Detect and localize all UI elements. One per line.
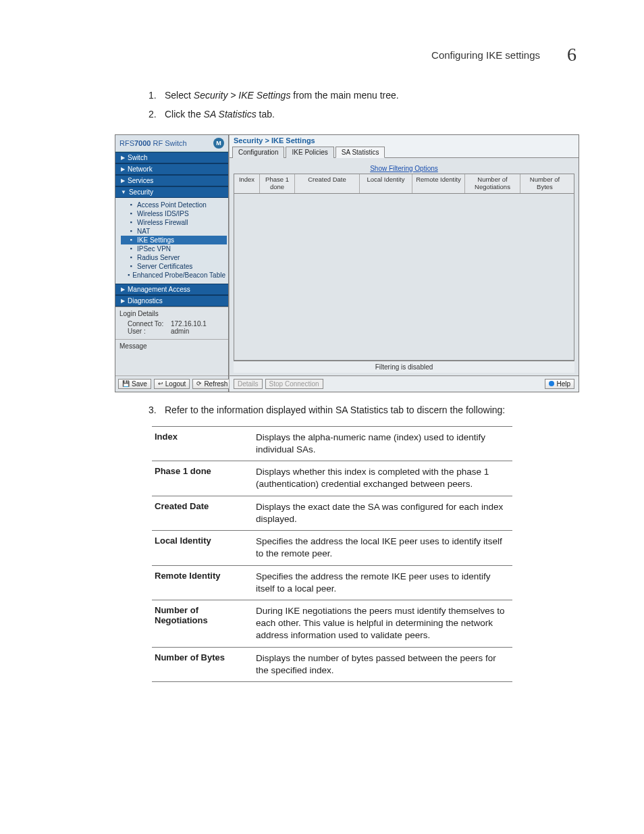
- nav-network[interactable]: ▶Network: [115, 163, 228, 175]
- brand-text: RFS7000 RF Switch: [119, 139, 187, 147]
- chevron-down-icon: ▼: [121, 189, 126, 195]
- definition-term: Created Date: [152, 496, 253, 530]
- definition-row: Local IdentitySpecifies the address the …: [152, 531, 512, 565]
- col-number-negotiations[interactable]: Number of Negotiations: [465, 174, 520, 193]
- user-value: admin: [171, 328, 189, 335]
- chevron-right-icon: ▶: [121, 166, 125, 172]
- login-details-panel: Login Details Connect To:172.16.10.1 Use…: [115, 307, 228, 339]
- nav-management-access[interactable]: ▶Management Access: [115, 284, 228, 295]
- definition-row: Created DateDisplays the exact date the …: [152, 496, 512, 530]
- definition-description: Specifies the address the remote IKE pee…: [253, 565, 512, 600]
- chevron-right-icon: ▶: [121, 286, 125, 292]
- chapter-number: 6: [567, 44, 576, 66]
- main-panel: Security > IKE Settings Configuration IK…: [229, 135, 579, 392]
- user-label: User :: [128, 328, 167, 335]
- running-header: Configuring IKE settings 6: [431, 44, 576, 66]
- nav-diagnostics[interactable]: ▶Diagnostics: [115, 295, 228, 307]
- col-remote-identity[interactable]: Remote Identity: [412, 174, 465, 193]
- definition-description: Displays the number of bytes passed betw…: [253, 647, 512, 681]
- tree-wireless-ids[interactable]: ▪Wireless IDS/IPS: [121, 209, 227, 218]
- col-phase1-done[interactable]: Phase 1 done: [260, 174, 295, 193]
- definition-term: Number of Bytes: [152, 647, 253, 681]
- tab-content: Show Filtering Options Index Phase 1 don…: [230, 158, 579, 375]
- security-subtree: ▪Access Point Detection ▪Wireless IDS/IP…: [115, 198, 228, 284]
- connect-to-value: 172.16.10.1: [171, 320, 207, 328]
- tree-radius-server[interactable]: ▪Radius Server: [121, 253, 227, 262]
- tab-ike-policies[interactable]: IKE Policies: [286, 147, 333, 158]
- bottom-toolbar: Details Stop Connection Help: [230, 375, 579, 392]
- chevron-right-icon: ▶: [121, 155, 125, 161]
- tree-server-certificates[interactable]: ▪Server Certificates: [121, 262, 227, 271]
- definition-description: Displays the alpha-numeric name (index) …: [253, 426, 512, 461]
- logout-button[interactable]: ↩Logout: [154, 379, 190, 389]
- step-2: 2. Click the SA Statistics tab.: [149, 107, 576, 122]
- definition-row: Number of BytesDisplays the number of by…: [152, 647, 512, 681]
- definition-description: Specifies the address the local IKE peer…: [253, 531, 512, 565]
- node-icon: ▪: [128, 245, 134, 252]
- save-icon: 💾: [122, 380, 130, 387]
- definition-row: Number of NegotiationsDuring IKE negotia…: [152, 600, 512, 647]
- message-title: Message: [119, 342, 224, 350]
- app-window: RFS7000 RF Switch M ▶Switch ▶Network ▶Se…: [115, 134, 579, 392]
- filter-status: Filtering is disabled: [234, 361, 574, 373]
- tab-configuration[interactable]: Configuration: [232, 147, 284, 158]
- nav-services[interactable]: ▶Services: [115, 175, 228, 186]
- table-body-empty: [234, 194, 574, 361]
- definition-term: Phase 1 done: [152, 461, 253, 496]
- node-icon: ▪: [128, 263, 134, 269]
- logout-icon: ↩: [158, 380, 163, 387]
- steps-list: 1. Select Security > IKE Settings from t…: [149, 88, 576, 122]
- header-title: Configuring IKE settings: [431, 49, 540, 61]
- details-button[interactable]: Details: [234, 379, 263, 389]
- node-icon: ▪: [128, 228, 134, 234]
- breadcrumb: Security > IKE Settings: [230, 135, 579, 146]
- chevron-right-icon: ▶: [121, 298, 125, 304]
- tree-ipsec-vpn[interactable]: ▪IPSec VPN: [121, 244, 227, 253]
- col-number-bytes[interactable]: Number of Bytes: [520, 174, 569, 193]
- definition-term: Local Identity: [152, 531, 253, 565]
- chevron-right-icon: ▶: [121, 178, 125, 184]
- definition-term: Number of Negotiations: [152, 600, 253, 647]
- definition-term: Remote Identity: [152, 565, 253, 600]
- tree-access-point-detection[interactable]: ▪Access Point Detection: [121, 201, 227, 209]
- login-details-title: Login Details: [119, 310, 224, 317]
- col-local-identity[interactable]: Local Identity: [360, 174, 412, 193]
- definition-row: Phase 1 doneDisplays whether this index …: [152, 461, 512, 496]
- definition-description: During IKE negotiations the peers must i…: [253, 600, 512, 647]
- tab-sa-statistics[interactable]: SA Statistics: [336, 147, 385, 158]
- tree-nat[interactable]: ▪NAT: [121, 227, 227, 236]
- stop-connection-button[interactable]: Stop Connection: [265, 379, 323, 389]
- definitions-table: IndexDisplays the alpha-numeric name (in…: [152, 426, 512, 682]
- show-filtering-options-link[interactable]: Show Filtering Options: [234, 165, 574, 172]
- help-button[interactable]: Help: [545, 379, 574, 389]
- node-icon: ▪: [128, 236, 134, 243]
- col-index[interactable]: Index: [234, 174, 260, 193]
- nav-security[interactable]: ▼Security: [115, 186, 228, 198]
- tree-ike-settings[interactable]: ▪IKE Settings: [121, 236, 227, 244]
- tab-bar: Configuration IKE Policies SA Statistics: [230, 146, 579, 158]
- node-icon: ▪: [128, 271, 130, 278]
- step-1: 1. Select Security > IKE Settings from t…: [149, 88, 576, 103]
- tree-wireless-firewall[interactable]: ▪Wireless Firewall: [121, 218, 227, 227]
- definition-description: Displays the exact date the SA was confi…: [253, 496, 512, 530]
- brand-logo-icon: M: [213, 138, 224, 149]
- help-icon: [549, 381, 554, 386]
- message-panel: Message: [115, 339, 228, 375]
- definition-description: Displays whether this index is completed…: [253, 461, 512, 496]
- col-created-date[interactable]: Created Date: [295, 174, 360, 193]
- nav-switch[interactable]: ▶Switch: [115, 152, 228, 163]
- step-3: 3. Refer to the information displayed wi…: [149, 405, 576, 415]
- definition-row: IndexDisplays the alpha-numeric name (in…: [152, 426, 512, 461]
- save-button[interactable]: 💾Save: [118, 379, 151, 389]
- tree-enhanced-probe[interactable]: ▪Enhanced Probe/Beacon Table: [121, 271, 227, 280]
- node-icon: ▪: [128, 210, 134, 217]
- table-header-row: Index Phase 1 done Created Date Local Id…: [234, 174, 574, 194]
- refresh-icon: ⟳: [196, 380, 202, 387]
- connect-to-label: Connect To:: [128, 320, 167, 328]
- definition-term: Index: [152, 426, 253, 461]
- refresh-button[interactable]: ⟳Refresh: [192, 379, 232, 389]
- sidebar: RFS7000 RF Switch M ▶Switch ▶Network ▶Se…: [115, 135, 229, 392]
- node-icon: ▪: [128, 219, 134, 226]
- node-icon: ▪: [128, 254, 134, 261]
- sidebar-button-row: 💾Save ↩Logout ⟳Refresh: [115, 375, 228, 392]
